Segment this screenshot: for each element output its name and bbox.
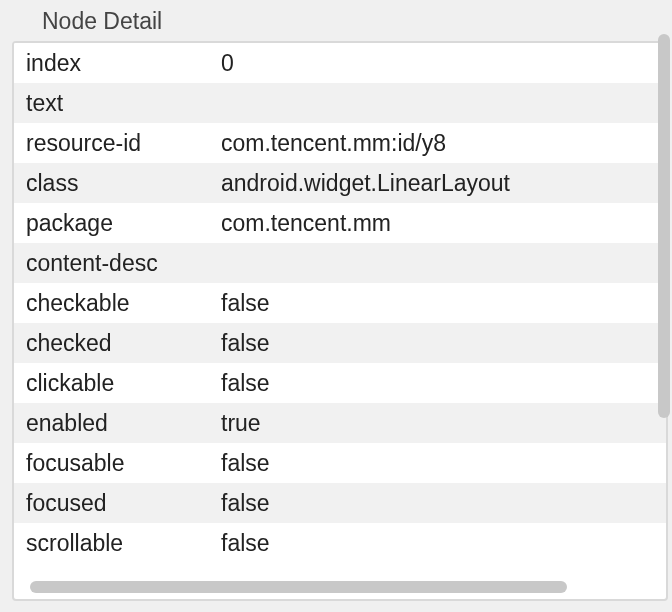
table-row[interactable]: focused false — [14, 483, 666, 523]
property-key: resource-id — [26, 130, 221, 157]
vertical-scrollbar[interactable] — [658, 34, 670, 418]
property-value: false — [221, 530, 666, 557]
property-key: content-desc — [26, 250, 221, 277]
property-key: focused — [26, 490, 221, 517]
property-key: enabled — [26, 410, 221, 437]
property-value: false — [221, 290, 666, 317]
property-value: false — [221, 490, 666, 517]
table-row[interactable]: enabled true — [14, 403, 666, 443]
node-detail-panel: Node Detail index 0 text resource-id com… — [0, 0, 672, 612]
horizontal-scrollbar-thumb[interactable] — [30, 581, 567, 593]
property-value: android.widget.LinearLayout — [221, 170, 666, 197]
properties-table: index 0 text resource-id com.tencent.mm:… — [14, 43, 666, 563]
table-row[interactable]: checkable false — [14, 283, 666, 323]
property-value: com.tencent.mm — [221, 210, 666, 237]
property-key: checkable — [26, 290, 221, 317]
property-value: com.tencent.mm:id/y8 — [221, 130, 666, 157]
property-value: false — [221, 450, 666, 477]
table-row[interactable]: content-desc — [14, 243, 666, 283]
property-value: false — [221, 370, 666, 397]
table-row[interactable]: text — [14, 83, 666, 123]
table-row[interactable]: checked false — [14, 323, 666, 363]
property-value: true — [221, 410, 666, 437]
properties-scroll-area[interactable]: index 0 text resource-id com.tencent.mm:… — [12, 41, 668, 601]
property-key: package — [26, 210, 221, 237]
table-row[interactable]: clickable false — [14, 363, 666, 403]
property-key: scrollable — [26, 530, 221, 557]
table-row[interactable]: package com.tencent.mm — [14, 203, 666, 243]
property-key: focusable — [26, 450, 221, 477]
property-key: index — [26, 50, 221, 77]
table-row[interactable]: class android.widget.LinearLayout — [14, 163, 666, 203]
table-row[interactable]: scrollable false — [14, 523, 666, 563]
table-row[interactable]: resource-id com.tencent.mm:id/y8 — [14, 123, 666, 163]
vertical-scrollbar-thumb[interactable] — [658, 34, 670, 418]
panel-title: Node Detail — [6, 4, 666, 41]
property-value: false — [221, 330, 666, 357]
table-row[interactable]: focusable false — [14, 443, 666, 483]
property-key: class — [26, 170, 221, 197]
property-key: clickable — [26, 370, 221, 397]
horizontal-scrollbar[interactable] — [30, 581, 640, 593]
table-row[interactable]: index 0 — [14, 43, 666, 83]
property-value: 0 — [221, 50, 666, 77]
property-key: checked — [26, 330, 221, 357]
property-key: text — [26, 90, 221, 117]
